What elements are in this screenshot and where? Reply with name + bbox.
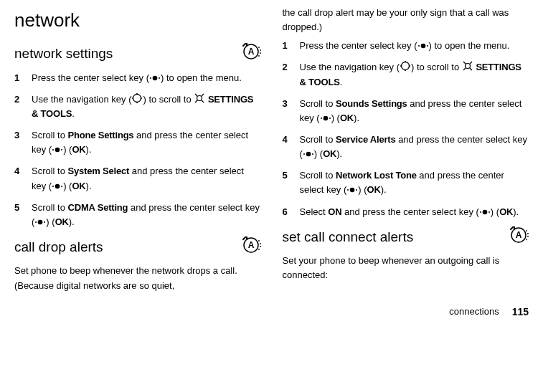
center-select-key-icon [52,145,63,154]
step-text: Scroll to Sounds Settings and press the … [300,97,529,125]
step-number: 1 [14,71,22,85]
step-text: Press the center select key () to open t… [300,39,529,53]
step-text: Select ON and press the center select ke… [300,205,529,219]
footer-section: connections [449,305,499,319]
step-text: Scroll to Phone Settings and press the c… [32,128,261,157]
call-drop-intro: Set phone to beep whenever the network d… [14,264,261,292]
step-text: Scroll to Service Alerts and press the c… [300,133,529,161]
step-number: 6 [283,205,290,219]
right-column: the call drop alert may be your only sig… [283,6,529,297]
step-text: Use the navigation key () to scroll to S… [300,60,529,89]
step-text: Scroll to CDMA Setting and press the cen… [32,201,261,229]
feature-badge-icon [241,236,261,259]
call-drop-continued: the call drop alert may be your only sig… [283,6,529,34]
center-select-key-icon [34,218,46,226]
page-footer: connections 115 [0,305,543,323]
subheading-call-drop-alerts: call drop alerts [14,236,261,259]
call-connect-intro: Set your phone to beep whenever an outgo… [283,254,529,282]
steps-network-settings: 1 Press the center select key () to open… [14,71,261,229]
center-select-key-icon [149,74,161,82]
center-select-key-icon [52,182,63,191]
subheading-network-settings: network settings [14,43,261,66]
step-text: Use the navigation key () to scroll to S… [32,92,261,121]
step-number: 1 [283,39,290,53]
step-number: 5 [14,201,22,229]
feature-badge-icon [509,226,529,249]
step-number: 4 [283,133,290,161]
step-number: 3 [14,128,22,157]
step-number: 3 [283,97,290,125]
steps-call-drop-alerts: 1 Press the center select key () to open… [283,39,529,219]
center-select-key-icon [346,186,358,194]
navigation-key-icon [400,60,411,72]
step-number: 4 [14,164,22,193]
step-text: Press the center select key () to open t… [32,71,261,85]
subheading-call-connect-alerts: set call connect alerts [283,226,529,249]
feature-badge-icon [241,43,261,66]
navigation-key-icon [131,92,143,104]
tools-icon [462,60,473,72]
footer-page-number: 115 [512,305,529,320]
step-text: Scroll to Network Lost Tone and press th… [300,168,529,197]
center-select-key-icon [479,208,491,216]
left-column: network network settings 1 Press the cen… [14,6,261,297]
tools-icon [194,92,205,104]
center-select-key-icon [417,42,429,50]
center-select-key-icon [303,150,314,158]
step-number: 2 [14,92,22,121]
step-number: 2 [283,60,290,89]
center-select-key-icon [320,114,331,123]
page-heading: network [14,6,261,34]
step-text: Scroll to System Select and press the ce… [32,164,261,193]
step-number: 5 [283,168,290,197]
